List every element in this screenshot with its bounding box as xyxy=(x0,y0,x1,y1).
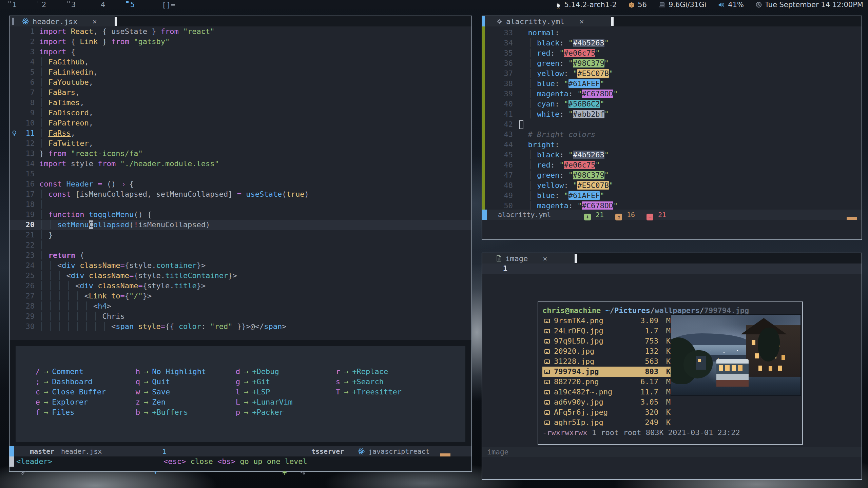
code-line-38[interactable]: 38 │ blue: "#61AFEF" xyxy=(482,79,862,89)
code-line-33[interactable]: 33 normal: xyxy=(482,28,862,38)
code-line-46[interactable]: 46 │ red: "#e06c75" xyxy=(482,160,862,170)
which-key-item-+Buffers[interactable]: b→+Buffers xyxy=(135,407,206,417)
code-line-39[interactable]: 39 │ magenta: "#C678DD" xyxy=(482,89,862,99)
which-key-item-Explorer[interactable]: e→Explorer xyxy=(35,397,106,407)
code-line-15[interactable]: 15 xyxy=(9,169,471,179)
code-line-1[interactable]: 1import React, { useState } from "react" xyxy=(9,26,471,37)
code-line-19[interactable]: 19│ function toggleMenu() { xyxy=(9,210,471,220)
code-line-48[interactable]: 48 │ yellow: "#E5C07B" xyxy=(482,180,862,191)
file-row-AFq5r6j.jpeg[interactable]: AFq5r6j.jpeg320K xyxy=(542,407,671,417)
git-removed-count: 21 xyxy=(658,210,666,220)
which-key-item-Files[interactable]: f→Files xyxy=(35,407,106,417)
code-line-35[interactable]: 35 │ red: "#e06c75" xyxy=(482,48,862,58)
which-key-item-Comment[interactable]: /→Comment xyxy=(35,367,106,377)
which-key-item-+LunarVim[interactable]: L→+LunarVim xyxy=(235,397,292,407)
workspace-3[interactable]: 3 xyxy=(67,0,97,9)
which-key-item-+Git[interactable]: g→+Git xyxy=(235,377,292,387)
workspace-4[interactable]: 4 xyxy=(97,0,126,9)
buffer-header-jsx: 1import React, { useState } from "react"… xyxy=(9,26,471,446)
tab-close-icon[interactable]: × xyxy=(579,17,584,26)
file-row-24LrDFQ.jpg[interactable]: 24LrDFQ.jpg1.7M xyxy=(542,326,671,336)
scroll-progress-bar[interactable] xyxy=(440,453,450,456)
tab-close-icon[interactable]: × xyxy=(543,254,547,263)
which-key-item-No Highlight[interactable]: h→No Highlight xyxy=(135,367,206,377)
code-line-2[interactable]: 2import { Link } from "gatsby" xyxy=(9,37,471,47)
which-key-item-+Packer[interactable]: p→+Packer xyxy=(235,407,292,417)
code-line-20[interactable]: 20│ │ setMenuCollapsed(!isMenuCollapsed) xyxy=(9,220,471,230)
workspace-2[interactable]: 2 xyxy=(38,0,67,9)
code-line-4[interactable]: 4│ FaGithub, xyxy=(9,57,471,67)
code-line-28[interactable]: 28│ │ │ │ │ │ <h4> xyxy=(9,301,471,311)
which-key-item-Close Buffer[interactable]: c→Close Buffer xyxy=(35,387,106,397)
code-line-16[interactable]: 16const Header = () ⇒ { xyxy=(9,179,471,189)
workspace-5[interactable]: 5 xyxy=(126,0,156,9)
code-line-17[interactable]: 17│ const [isMenuCollapsed, setMenuColla… xyxy=(9,189,471,199)
tab-close-icon[interactable]: × xyxy=(92,17,97,26)
code-line-9[interactable]: 9│ FaDiscord, xyxy=(9,108,471,118)
code-line-29[interactable]: 29│ │ │ │ │ │ │ Chris xyxy=(9,311,471,321)
code-line-24[interactable]: 24│ │ <div className={style.container}> xyxy=(9,260,471,271)
which-key-item-Zen[interactable]: z→Zen xyxy=(135,397,206,407)
file-row-aghr5Ip.jpg[interactable]: aghr5Ip.jpg249K xyxy=(542,417,671,428)
file-row-882720.png[interactable]: 882720.png6.17M xyxy=(542,377,671,387)
code-line-23[interactable]: 23│ return ( xyxy=(9,250,471,260)
message-area xyxy=(482,457,862,479)
image-file-icon xyxy=(544,349,550,354)
which-key-item-+LSP[interactable]: l→+LSP xyxy=(235,387,292,397)
code-line-27[interactable]: 27│ │ │ │ │ <Link to={"/"}> xyxy=(9,291,471,301)
code-line-13[interactable]: 13} from "react-icons/fa" xyxy=(9,149,471,159)
code-line-10[interactable]: 10│ FaPatreon, xyxy=(9,118,471,128)
code-line-47[interactable]: 47 │ green: "#98C379" xyxy=(482,170,862,180)
which-key-item-+Search[interactable]: s→+Search xyxy=(335,377,402,387)
code-line-7[interactable]: 7│ FaBars, xyxy=(9,87,471,98)
code-line-12[interactable]: 12│ FaTwitter, xyxy=(9,138,471,149)
file-row-31228.jpg[interactable]: 31228.jpg563K xyxy=(542,356,671,367)
statusline-filename: header.jsx xyxy=(61,446,102,456)
esc-hint-key: <esc> xyxy=(163,457,186,466)
tab-alacritty-yml[interactable]: alacritty.yml × xyxy=(482,16,611,26)
code-line-25[interactable]: 25│ │ │ <div className={style.titleConta… xyxy=(9,271,471,281)
code-line-40[interactable]: 40 │ cyan: "#56B6C2" xyxy=(482,99,862,109)
workspace-1[interactable]: 1 xyxy=(8,0,38,9)
kernel-status: 5.14.2-arch1-2 xyxy=(555,1,617,9)
code-line-21[interactable]: 21│ } xyxy=(9,230,471,240)
code-line-3[interactable]: 3import { xyxy=(9,47,471,57)
code-line-22[interactable]: 22│ xyxy=(9,240,471,250)
code-line-34[interactable]: 34 │ black: "#4b5263" xyxy=(482,38,862,48)
code-line-49[interactable]: 49 │ blue: "#61AFEF" xyxy=(482,191,862,201)
code-line-18[interactable]: 18│ xyxy=(9,199,471,210)
tab-header-jsx[interactable]: header.jsx × xyxy=(9,16,115,26)
code-line-1[interactable]: 1 xyxy=(482,263,862,274)
file-row-799794.jpg[interactable]: 799794.jpg803K xyxy=(542,367,671,377)
code-line-30[interactable]: 30│ │ │ │ │ │ │ │ <span style={{ color: … xyxy=(9,321,471,332)
file-row-9rsmTK4.png[interactable]: 9rsmTK4.png3.09M xyxy=(542,316,671,326)
code-line-43[interactable]: 43 # Bright colors xyxy=(482,130,862,140)
file-row-20920.jpg[interactable]: 20920.jpg132K xyxy=(542,346,671,356)
file-row-ad6v90y.jpg[interactable]: ad6v90y.jpg3.05M xyxy=(542,397,671,407)
code-line-45[interactable]: 45 │ black: "#4b5263" xyxy=(482,150,862,160)
tab-image[interactable]: image × xyxy=(482,253,575,263)
code-line-8[interactable]: 8│ FaTimes, xyxy=(9,98,471,108)
scroll-progress-bar[interactable] xyxy=(847,217,857,220)
which-key-item-+Debug[interactable]: d→+Debug xyxy=(235,367,292,377)
code-line-41[interactable]: 41 │ white: "#abb2bf" xyxy=(482,109,862,119)
code-line-42[interactable]: 42 xyxy=(482,119,862,130)
code-line-37[interactable]: 37 │ yellow: "#E5C07B" xyxy=(482,69,862,79)
code-line-6[interactable]: 6│ FaYoutube, xyxy=(9,77,471,87)
code-line-44[interactable]: 44 bright: xyxy=(482,140,862,150)
tab-title: alacritty.yml xyxy=(506,17,564,26)
which-key-item-Quit[interactable]: q→Quit xyxy=(135,377,206,387)
code-line-26[interactable]: 26│ │ │ │ <div className={style.title}> xyxy=(9,281,471,291)
file-row-a19c482f~.png[interactable]: a19c482f~.png11.7M xyxy=(542,387,671,397)
code-line-36[interactable]: 36 │ green: "#98C379" xyxy=(482,58,862,69)
code-line-11[interactable]: 11│ FaRss, xyxy=(9,128,471,138)
which-key-item-+Replace[interactable]: r→+Replace xyxy=(335,367,402,377)
file-row-97q9L5D.jpg[interactable]: 97q9L5D.jpg753K xyxy=(542,336,671,346)
buffer-image: 1 chris@machine ~/Pictures/wallpapers/79… xyxy=(482,263,862,447)
code-line-14[interactable]: 14import style from "./header.module.les… xyxy=(9,159,471,169)
which-key-item-+Treesitter[interactable]: T→+Treesitter xyxy=(335,387,402,397)
which-key-item-Save[interactable]: w→Save xyxy=(135,387,206,397)
code-line-50[interactable]: 50 │ magenta: "#C678DD" xyxy=(482,201,862,210)
which-key-item-Dashboard[interactable]: ;→Dashboard xyxy=(35,377,106,387)
code-line-5[interactable]: 5│ FaLinkedin, xyxy=(9,67,471,77)
